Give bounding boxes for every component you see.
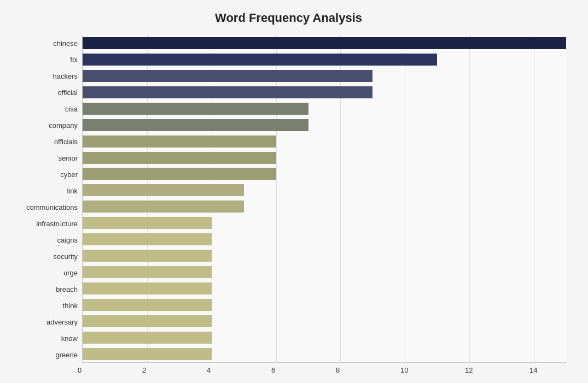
bar-row bbox=[83, 85, 566, 99]
bar bbox=[83, 332, 212, 344]
bar bbox=[83, 315, 212, 327]
bar-row bbox=[83, 232, 566, 246]
bar-row bbox=[83, 298, 566, 312]
x-tick: 4 bbox=[207, 366, 211, 374]
grid-lines bbox=[83, 35, 566, 362]
grid-line bbox=[405, 35, 405, 362]
bar bbox=[83, 201, 244, 213]
grid-line bbox=[276, 35, 277, 362]
bar bbox=[83, 299, 212, 311]
y-label: hackers bbox=[53, 73, 78, 80]
bar-row bbox=[83, 36, 566, 50]
y-label: caigns bbox=[57, 237, 78, 244]
chart-area: chinesefbihackersofficialcisacompanyoffi… bbox=[11, 35, 566, 363]
x-tick: 8 bbox=[336, 366, 340, 374]
bar bbox=[83, 135, 276, 148]
y-label: fbi bbox=[70, 56, 78, 63]
bar bbox=[83, 54, 437, 66]
bar-row bbox=[83, 331, 566, 345]
bar bbox=[83, 37, 566, 49]
y-label: official bbox=[57, 89, 78, 96]
bar-row bbox=[83, 314, 566, 328]
bar bbox=[83, 70, 372, 82]
bar-row bbox=[83, 102, 566, 116]
bar-row bbox=[83, 216, 566, 230]
y-label: urge bbox=[63, 269, 78, 276]
bar-row bbox=[83, 347, 566, 361]
x-tick: 10 bbox=[400, 366, 408, 374]
x-tick: 6 bbox=[271, 366, 275, 374]
bar-row bbox=[83, 69, 566, 83]
bar-row bbox=[83, 134, 566, 149]
chart-title: Word Frequency Analysis bbox=[11, 11, 566, 25]
bar bbox=[83, 168, 276, 180]
bar bbox=[83, 86, 372, 98]
y-label: chinese bbox=[53, 40, 78, 47]
bar bbox=[83, 266, 212, 278]
bar bbox=[83, 282, 212, 294]
y-label: company bbox=[49, 122, 78, 129]
bar bbox=[83, 217, 212, 229]
y-label: cisa bbox=[65, 105, 78, 113]
y-axis-labels: chinesefbihackersofficialcisacompanyoffi… bbox=[11, 35, 82, 363]
y-label: infrastructure bbox=[36, 220, 78, 227]
bar-row bbox=[83, 183, 566, 197]
bar-row bbox=[83, 199, 566, 214]
bar bbox=[83, 233, 212, 245]
bar-row bbox=[83, 281, 566, 296]
bar-row bbox=[83, 167, 566, 181]
bars-grid bbox=[82, 35, 566, 363]
grid-line bbox=[147, 35, 148, 362]
x-tick: 12 bbox=[465, 366, 473, 374]
bar bbox=[83, 119, 308, 131]
bar bbox=[83, 103, 308, 115]
bar-row bbox=[83, 118, 566, 132]
bar-row bbox=[83, 151, 566, 165]
x-tick: 2 bbox=[142, 366, 146, 374]
y-label: communications bbox=[26, 204, 78, 211]
bar bbox=[83, 250, 212, 262]
y-label: link bbox=[67, 187, 78, 195]
grid-line bbox=[83, 35, 83, 362]
y-label: security bbox=[53, 253, 78, 260]
chart-container: Word Frequency Analysis chinesefbihacker… bbox=[0, 0, 588, 383]
bar bbox=[83, 184, 244, 196]
y-label: cyber bbox=[60, 171, 78, 178]
grid-line bbox=[212, 35, 212, 362]
x-axis: 02468101214 bbox=[82, 363, 566, 375]
y-label: know bbox=[61, 335, 78, 342]
bar bbox=[83, 348, 212, 360]
y-label: greene bbox=[56, 351, 78, 358]
bar-row bbox=[83, 52, 566, 67]
y-label: officials bbox=[54, 138, 78, 145]
bar-row bbox=[83, 249, 566, 263]
y-label: breach bbox=[56, 286, 78, 293]
grid-line bbox=[469, 35, 470, 362]
bar bbox=[83, 152, 276, 164]
x-tick: 0 bbox=[78, 366, 81, 374]
y-label: senior bbox=[59, 155, 78, 162]
bar-row bbox=[83, 265, 566, 279]
grid-line bbox=[534, 35, 534, 362]
y-label: adversary bbox=[46, 319, 78, 326]
grid-line bbox=[340, 35, 341, 362]
x-tick: 14 bbox=[529, 366, 537, 374]
y-label: think bbox=[63, 302, 78, 309]
